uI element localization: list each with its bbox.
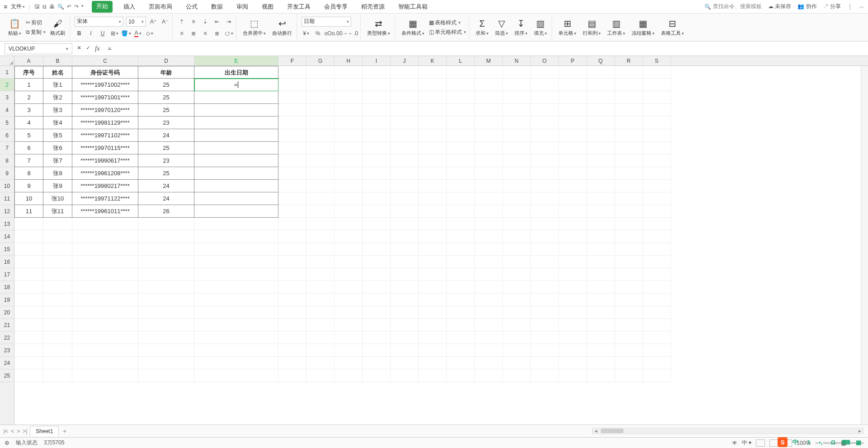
- cell-F14[interactable]: [278, 230, 307, 243]
- cell-D25[interactable]: [138, 369, 194, 382]
- cell-S14[interactable]: [643, 230, 671, 243]
- cell-N3[interactable]: [503, 91, 531, 104]
- cell-N15[interactable]: [503, 243, 531, 256]
- underline-icon[interactable]: U: [98, 29, 107, 38]
- cell-M12[interactable]: [475, 205, 503, 218]
- cell-J25[interactable]: [391, 369, 419, 382]
- sort-button[interactable]: ↧排序: [513, 14, 529, 40]
- cell-R19[interactable]: [615, 294, 643, 306]
- cell-Q18[interactable]: [587, 281, 615, 294]
- cell-O13[interactable]: [531, 218, 559, 230]
- cell-H7[interactable]: [335, 142, 363, 154]
- cell-L4[interactable]: [447, 104, 475, 117]
- cell-Q16[interactable]: [587, 256, 615, 268]
- more-icon[interactable]: ⋮: [847, 4, 853, 10]
- cell-N18[interactable]: [503, 281, 531, 294]
- cell-J11[interactable]: [391, 192, 419, 205]
- cancel-formula-icon[interactable]: ✕: [77, 45, 81, 52]
- cell-C12[interactable]: ******19961011****: [72, 205, 138, 218]
- cell-N19[interactable]: [503, 294, 531, 306]
- cell-K7[interactable]: [419, 142, 447, 154]
- cell-K3[interactable]: [419, 91, 447, 104]
- menu-tab-开始[interactable]: 开始: [92, 1, 113, 13]
- cell-H2[interactable]: [335, 79, 363, 91]
- cells-area[interactable]: 序号姓名身份证号码年龄出生日期1张1******19971002****25=2…: [14, 66, 868, 425]
- cell-F10[interactable]: [278, 180, 307, 192]
- row-header-3[interactable]: 3: [0, 91, 14, 104]
- col-header-I[interactable]: I: [363, 56, 391, 65]
- cell-B23[interactable]: [43, 344, 72, 357]
- cell-F24[interactable]: [278, 357, 307, 369]
- cell-L3[interactable]: [447, 91, 475, 104]
- cell-P13[interactable]: [559, 218, 587, 230]
- cell-L24[interactable]: [447, 357, 475, 369]
- cell-M19[interactable]: [475, 294, 503, 306]
- cell-D8[interactable]: 23: [138, 154, 194, 167]
- cell-J20[interactable]: [391, 306, 419, 319]
- cell-D18[interactable]: [138, 281, 194, 294]
- cell-I12[interactable]: [363, 205, 391, 218]
- command-search[interactable]: 🔍 查找命令、搜索模板: [704, 3, 762, 10]
- cell-D12[interactable]: 26: [138, 205, 194, 218]
- cell-E2[interactable]: =: [194, 79, 278, 91]
- cell-G21[interactable]: [307, 319, 335, 331]
- menu-tab-开发工具[interactable]: 开发工具: [284, 1, 313, 13]
- cell-E7[interactable]: [194, 142, 278, 154]
- cell-F2[interactable]: [278, 79, 307, 91]
- row-header-2[interactable]: 2: [0, 79, 14, 91]
- cell-K18[interactable]: [419, 281, 447, 294]
- cell-J12[interactable]: [391, 205, 419, 218]
- cell-L9[interactable]: [447, 167, 475, 180]
- cell-F15[interactable]: [278, 243, 307, 256]
- row-header-25[interactable]: 25: [0, 369, 14, 382]
- cell-O24[interactable]: [531, 357, 559, 369]
- qat-save-icon[interactable]: 🖫: [34, 4, 40, 10]
- paste-button[interactable]: 📋粘贴: [6, 14, 23, 40]
- cell-L2[interactable]: [447, 79, 475, 91]
- cell-P17[interactable]: [559, 268, 587, 281]
- orientation-icon[interactable]: ⭯: [224, 29, 233, 38]
- row-header-9[interactable]: 9: [0, 167, 14, 180]
- cell-M2[interactable]: [475, 79, 503, 91]
- cell-K25[interactable]: [419, 369, 447, 382]
- cell-I23[interactable]: [363, 344, 391, 357]
- cell-O14[interactable]: [531, 230, 559, 243]
- cell-E24[interactable]: [194, 357, 278, 369]
- cell-D7[interactable]: 25: [138, 142, 194, 154]
- col-header-Q[interactable]: Q: [587, 56, 615, 65]
- cell-N1[interactable]: [503, 66, 531, 79]
- col-header-K[interactable]: K: [419, 56, 447, 65]
- type-convert-button[interactable]: ⇄类型转换: [365, 14, 392, 40]
- cell-K16[interactable]: [419, 256, 447, 268]
- menu-tab-页面布局[interactable]: 页面布局: [146, 1, 175, 13]
- cell-G3[interactable]: [307, 91, 335, 104]
- cell-O15[interactable]: [531, 243, 559, 256]
- cell-N12[interactable]: [503, 205, 531, 218]
- cell-N6[interactable]: [503, 129, 531, 142]
- cell-B24[interactable]: [43, 357, 72, 369]
- cell-E10[interactable]: [194, 180, 278, 192]
- cell-H13[interactable]: [335, 218, 363, 230]
- cell-I3[interactable]: [363, 91, 391, 104]
- fill-color-icon[interactable]: 🪣: [122, 29, 131, 38]
- cell-B3[interactable]: 张2: [43, 91, 72, 104]
- sheet-first-icon[interactable]: |<: [4, 428, 8, 434]
- cell-B19[interactable]: [43, 294, 72, 306]
- cell-M23[interactable]: [475, 344, 503, 357]
- cell-M10[interactable]: [475, 180, 503, 192]
- cell-G15[interactable]: [307, 243, 335, 256]
- cell-H25[interactable]: [335, 369, 363, 382]
- cell-G18[interactable]: [307, 281, 335, 294]
- view-normal-icon[interactable]: [756, 439, 765, 447]
- menu-tab-会员专享[interactable]: 会员专享: [321, 1, 350, 13]
- cell-P6[interactable]: [559, 129, 587, 142]
- cell-A2[interactable]: 1: [14, 79, 43, 91]
- collab-button[interactable]: 👥 协作: [797, 3, 816, 10]
- cell-H4[interactable]: [335, 104, 363, 117]
- cell-H21[interactable]: [335, 319, 363, 331]
- unsaved-indicator[interactable]: ☁ 未保存: [768, 3, 791, 10]
- cell-J9[interactable]: [391, 167, 419, 180]
- decrease-font-icon[interactable]: A⁻: [160, 17, 170, 26]
- indent-icon[interactable]: ⇥: [224, 17, 233, 26]
- cell-B25[interactable]: [43, 369, 72, 382]
